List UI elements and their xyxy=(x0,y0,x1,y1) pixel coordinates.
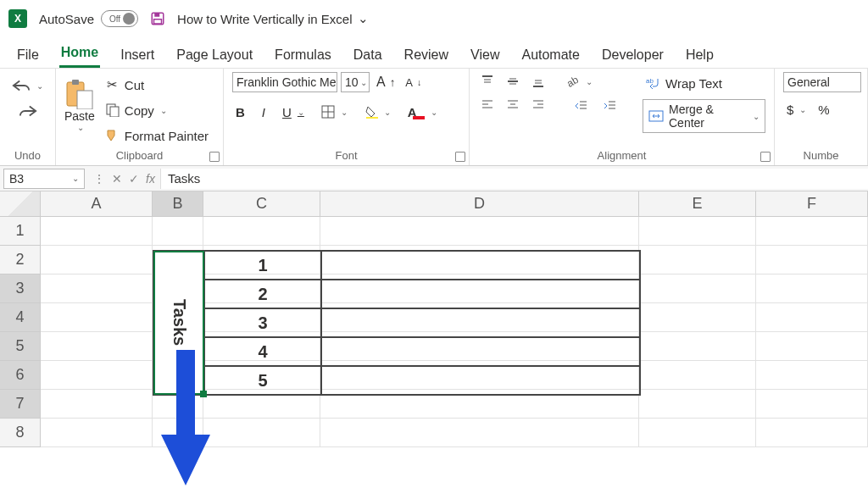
table-cell[interactable]: 1 xyxy=(204,251,321,280)
row-header-8[interactable]: 8 xyxy=(0,419,41,447)
tab-formulas[interactable]: Formulas xyxy=(273,42,333,68)
alignment-launcher[interactable] xyxy=(760,152,771,162)
undo-button[interactable]: ⌄ xyxy=(8,77,47,94)
col-header-A[interactable]: A xyxy=(41,191,153,216)
font-launcher[interactable] xyxy=(455,152,465,162)
cell[interactable] xyxy=(153,419,203,447)
borders-button[interactable]: ⌄ xyxy=(318,103,351,120)
cell[interactable] xyxy=(756,390,868,419)
row-header-2[interactable]: 2 xyxy=(0,246,41,274)
font-name-combo[interactable]: Franklin Gothic Me⌄ xyxy=(232,72,337,92)
table-cell[interactable]: 4 xyxy=(204,337,321,366)
increase-indent-button[interactable] xyxy=(600,97,620,114)
table-cell[interactable] xyxy=(321,280,640,308)
col-header-F[interactable]: F xyxy=(756,191,868,216)
row-header-1[interactable]: 1 xyxy=(0,217,41,246)
cell[interactable] xyxy=(639,246,756,274)
cell[interactable] xyxy=(756,274,868,303)
format-painter-button[interactable]: Format Painter xyxy=(102,126,212,145)
tab-file[interactable]: File xyxy=(15,42,41,68)
table-cell[interactable]: 3 xyxy=(204,308,321,337)
fill-color-button[interactable]: ⌄ xyxy=(361,103,394,120)
enter-formula-icon[interactable]: ✓ xyxy=(129,172,139,186)
tab-page-layout[interactable]: Page Layout xyxy=(175,42,254,68)
increase-font-button[interactable]: A↑ xyxy=(373,73,398,92)
font-size-combo[interactable]: 10⌄ xyxy=(341,72,370,92)
cell[interactable] xyxy=(756,303,868,332)
tab-data[interactable]: Data xyxy=(352,42,384,68)
clipboard-launcher[interactable] xyxy=(209,152,220,162)
table-cell[interactable] xyxy=(321,366,640,395)
align-bottom-button[interactable] xyxy=(529,72,548,91)
cell[interactable] xyxy=(320,217,639,246)
currency-button[interactable]: $⌄ xyxy=(783,101,810,119)
cell[interactable] xyxy=(41,390,153,419)
cell[interactable] xyxy=(639,303,756,332)
cell[interactable] xyxy=(41,361,153,390)
orientation-button[interactable]: ab⌄ xyxy=(561,72,596,91)
cell[interactable] xyxy=(203,419,320,447)
cell[interactable] xyxy=(639,361,756,390)
select-all-corner[interactable] xyxy=(0,191,41,216)
align-middle-button[interactable] xyxy=(504,72,522,91)
wrap-text-button[interactable]: abWrap Text xyxy=(643,74,765,92)
selection-fill-handle[interactable] xyxy=(200,391,207,397)
cell[interactable] xyxy=(639,332,756,361)
formula-options-icon[interactable]: ⋮ xyxy=(93,172,105,186)
table-cell[interactable] xyxy=(321,251,640,280)
cell[interactable] xyxy=(639,217,756,246)
bold-button[interactable]: B xyxy=(232,103,248,121)
decrease-indent-button[interactable] xyxy=(571,97,592,114)
col-header-B[interactable]: B xyxy=(153,191,203,216)
fx-icon[interactable]: fx xyxy=(146,172,155,186)
tab-help[interactable]: Help xyxy=(684,42,715,68)
cell[interactable] xyxy=(41,274,153,303)
name-box[interactable]: B3⌄ xyxy=(3,169,85,189)
formula-input[interactable]: Tasks xyxy=(160,169,868,189)
autosave-toggle[interactable]: Off xyxy=(101,10,138,27)
table-cell[interactable]: 2 xyxy=(204,280,321,308)
col-header-D[interactable]: D xyxy=(320,191,639,216)
col-header-E[interactable]: E xyxy=(639,191,756,216)
tab-developer[interactable]: Developer xyxy=(600,42,665,68)
merged-tasks-cell[interactable]: Tasks xyxy=(153,251,204,395)
tab-home[interactable]: Home xyxy=(59,40,100,68)
row-header-4[interactable]: 4 xyxy=(0,303,41,332)
cell[interactable] xyxy=(41,332,153,361)
row-header-6[interactable]: 6 xyxy=(0,361,41,390)
cell[interactable] xyxy=(203,217,320,246)
align-left-button[interactable] xyxy=(478,96,497,114)
align-right-button[interactable] xyxy=(529,96,548,114)
tab-review[interactable]: Review xyxy=(403,42,450,68)
cell[interactable] xyxy=(41,246,153,274)
cell[interactable] xyxy=(756,246,868,274)
cut-button[interactable]: ✂Cut xyxy=(102,75,147,94)
cell[interactable] xyxy=(756,332,868,361)
percent-button[interactable]: % xyxy=(815,101,832,119)
copy-button[interactable]: Copy⌄ xyxy=(102,101,170,119)
cancel-formula-icon[interactable]: ✕ xyxy=(112,172,122,186)
cell[interactable] xyxy=(41,419,153,447)
paste-button[interactable]: Paste ⌄ xyxy=(64,72,95,132)
document-title[interactable]: How to Write Vertically in Excel ⌄ xyxy=(177,11,368,26)
cell[interactable] xyxy=(756,419,868,447)
tab-insert[interactable]: Insert xyxy=(119,42,156,68)
cell[interactable] xyxy=(41,217,153,246)
table-cell[interactable]: 5 xyxy=(204,366,321,395)
number-format-combo[interactable]: General xyxy=(783,72,861,92)
row-header-7[interactable]: 7 xyxy=(0,390,41,419)
underline-button[interactable]: U⌄ xyxy=(279,103,308,121)
font-color-button[interactable]: A⌄ xyxy=(404,103,441,121)
cell[interactable] xyxy=(639,390,756,419)
row-header-3[interactable]: 3 xyxy=(0,274,41,303)
merge-center-button[interactable]: Merge & Center⌄ xyxy=(643,99,765,133)
cell[interactable] xyxy=(639,274,756,303)
cell[interactable] xyxy=(756,361,868,390)
cell[interactable] xyxy=(41,303,153,332)
align-top-button[interactable] xyxy=(478,72,497,91)
row-header-5[interactable]: 5 xyxy=(0,332,41,361)
save-icon[interactable] xyxy=(150,11,165,26)
tab-automate[interactable]: Automate xyxy=(520,42,581,68)
italic-button[interactable]: I xyxy=(259,103,269,121)
table-cell[interactable] xyxy=(321,308,640,337)
